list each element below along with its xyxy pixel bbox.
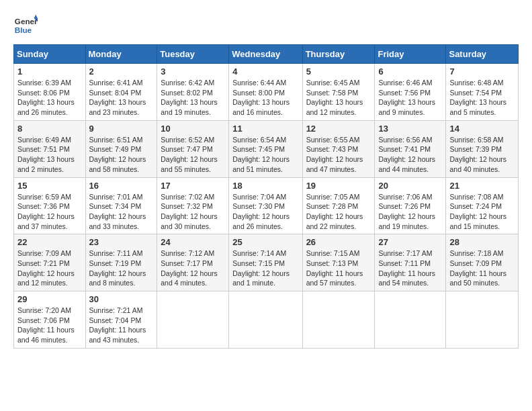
day-info: Sunrise: 7:15 AM Sunset: 7:13 PM Dayligh… [306,248,371,288]
calendar-cell-1-1: 9Sunrise: 6:51 AM Sunset: 7:49 PM Daylig… [85,120,157,177]
day-info: Sunrise: 6:56 AM Sunset: 7:41 PM Dayligh… [378,135,442,175]
day-header-friday: Friday [375,45,446,64]
day-number: 1 [17,66,82,77]
calendar-cell-0-0: 1Sunrise: 6:39 AM Sunset: 8:06 PM Daylig… [14,64,86,121]
calendar-cell-4-0: 29Sunrise: 7:20 AM Sunset: 7:06 PM Dayli… [14,291,86,349]
calendar-week-3: 22Sunrise: 7:09 AM Sunset: 7:21 PM Dayli… [14,234,519,291]
day-number: 29 [17,294,82,304]
day-info: Sunrise: 7:04 AM Sunset: 7:30 PM Dayligh… [232,192,298,232]
day-info: Sunrise: 7:18 AM Sunset: 7:09 PM Dayligh… [449,248,515,288]
day-header-tuesday: Tuesday [157,45,229,64]
calendar-cell-0-3: 4Sunrise: 6:44 AM Sunset: 8:00 PM Daylig… [229,64,302,121]
day-info: Sunrise: 7:05 AM Sunset: 7:28 PM Dayligh… [306,192,371,232]
calendar-cell-3-3: 25Sunrise: 7:14 AM Sunset: 7:15 PM Dayli… [229,234,302,291]
day-number: 14 [449,124,515,134]
calendar-cell-2-3: 18Sunrise: 7:04 AM Sunset: 7:30 PM Dayli… [229,177,302,234]
day-header-sunday: Sunday [14,45,86,64]
calendar-cell-1-3: 11Sunrise: 6:54 AM Sunset: 7:45 PM Dayli… [229,120,302,177]
day-number: 10 [161,124,225,134]
day-number: 11 [232,124,298,134]
day-number: 12 [306,124,371,134]
day-number: 5 [306,66,371,77]
day-number: 13 [378,124,442,134]
day-number: 19 [306,181,371,191]
calendar-cell-1-4: 12Sunrise: 6:55 AM Sunset: 7:43 PM Dayli… [302,120,375,177]
calendar-cell-1-2: 10Sunrise: 6:52 AM Sunset: 7:47 PM Dayli… [157,120,229,177]
calendar-cell-2-6: 21Sunrise: 7:08 AM Sunset: 7:24 PM Dayli… [446,177,519,234]
day-info: Sunrise: 6:45 AM Sunset: 7:58 PM Dayligh… [306,78,371,118]
day-info: Sunrise: 6:41 AM Sunset: 8:04 PM Dayligh… [89,78,154,118]
day-number: 8 [17,124,82,134]
calendar-cell-1-5: 13Sunrise: 6:56 AM Sunset: 7:41 PM Dayli… [375,120,446,177]
day-number: 6 [378,66,442,77]
calendar-cell-4-4 [302,291,375,349]
day-info: Sunrise: 6:54 AM Sunset: 7:45 PM Dayligh… [232,135,298,175]
calendar-week-0: 1Sunrise: 6:39 AM Sunset: 8:06 PM Daylig… [14,64,519,121]
day-number: 30 [89,294,154,304]
calendar-cell-1-0: 8Sunrise: 6:49 AM Sunset: 7:51 PM Daylig… [14,120,86,177]
day-info: Sunrise: 7:20 AM Sunset: 7:06 PM Dayligh… [17,306,82,345]
logo-icon: General Blue [13,13,38,38]
day-header-monday: Monday [85,45,157,64]
calendar-cell-2-0: 15Sunrise: 6:59 AM Sunset: 7:36 PM Dayli… [14,177,86,234]
day-number: 15 [17,181,82,191]
calendar-cell-3-2: 24Sunrise: 7:12 AM Sunset: 7:17 PM Dayli… [157,234,229,291]
day-info: Sunrise: 6:46 AM Sunset: 7:56 PM Dayligh… [378,78,442,118]
calendar-cell-4-3 [229,291,302,349]
day-info: Sunrise: 7:06 AM Sunset: 7:26 PM Dayligh… [378,192,442,232]
calendar-cell-4-5 [375,291,446,349]
day-info: Sunrise: 7:08 AM Sunset: 7:24 PM Dayligh… [449,192,515,232]
calendar-cell-4-2 [157,291,229,349]
day-number: 16 [89,181,154,191]
day-info: Sunrise: 7:12 AM Sunset: 7:17 PM Dayligh… [161,248,225,288]
day-info: Sunrise: 6:39 AM Sunset: 8:06 PM Dayligh… [17,78,82,118]
day-info: Sunrise: 7:21 AM Sunset: 7:04 PM Dayligh… [89,306,154,345]
day-number: 2 [89,66,154,77]
calendar-cell-0-5: 6Sunrise: 6:46 AM Sunset: 7:56 PM Daylig… [375,64,446,121]
day-header-saturday: Saturday [446,45,519,64]
day-number: 27 [378,237,442,247]
day-number: 9 [89,124,154,134]
day-number: 22 [17,237,82,247]
day-number: 24 [161,237,225,247]
day-header-wednesday: Wednesday [229,45,302,64]
calendar-table: SundayMondayTuesdayWednesdayThursdayFrid… [13,44,519,349]
day-number: 23 [89,237,154,247]
calendar-cell-4-6 [446,291,519,349]
calendar-cell-2-2: 17Sunrise: 7:02 AM Sunset: 7:32 PM Dayli… [157,177,229,234]
day-number: 28 [449,237,515,247]
logo: General Blue [13,13,38,38]
day-info: Sunrise: 6:52 AM Sunset: 7:47 PM Dayligh… [161,135,225,175]
day-info: Sunrise: 7:01 AM Sunset: 7:34 PM Dayligh… [89,192,154,232]
calendar-cell-4-1: 30Sunrise: 7:21 AM Sunset: 7:04 PM Dayli… [85,291,157,349]
day-info: Sunrise: 6:42 AM Sunset: 8:02 PM Dayligh… [161,78,225,118]
day-number: 18 [232,181,298,191]
calendar-cell-2-4: 19Sunrise: 7:05 AM Sunset: 7:28 PM Dayli… [302,177,375,234]
day-info: Sunrise: 6:55 AM Sunset: 7:43 PM Dayligh… [306,135,371,175]
calendar-cell-2-5: 20Sunrise: 7:06 AM Sunset: 7:26 PM Dayli… [375,177,446,234]
svg-text:Blue: Blue [15,26,32,34]
day-number: 17 [161,181,225,191]
day-info: Sunrise: 7:02 AM Sunset: 7:32 PM Dayligh… [161,192,225,232]
day-info: Sunrise: 7:11 AM Sunset: 7:19 PM Dayligh… [89,248,154,288]
day-number: 4 [232,66,298,77]
day-info: Sunrise: 7:09 AM Sunset: 7:21 PM Dayligh… [17,248,82,288]
day-number: 3 [161,66,225,77]
calendar-cell-3-4: 26Sunrise: 7:15 AM Sunset: 7:13 PM Dayli… [302,234,375,291]
day-number: 7 [449,66,515,77]
day-header-thursday: Thursday [302,45,375,64]
day-info: Sunrise: 6:48 AM Sunset: 7:54 PM Dayligh… [449,78,515,118]
day-number: 25 [232,237,298,247]
calendar-cell-0-4: 5Sunrise: 6:45 AM Sunset: 7:58 PM Daylig… [302,64,375,121]
calendar-cell-3-0: 22Sunrise: 7:09 AM Sunset: 7:21 PM Dayli… [14,234,86,291]
day-info: Sunrise: 6:49 AM Sunset: 7:51 PM Dayligh… [17,135,82,175]
day-info: Sunrise: 6:44 AM Sunset: 8:00 PM Dayligh… [232,78,298,118]
day-info: Sunrise: 6:59 AM Sunset: 7:36 PM Dayligh… [17,192,82,232]
day-info: Sunrise: 7:17 AM Sunset: 7:11 PM Dayligh… [378,248,442,288]
calendar-cell-3-1: 23Sunrise: 7:11 AM Sunset: 7:19 PM Dayli… [85,234,157,291]
calendar-week-4: 29Sunrise: 7:20 AM Sunset: 7:06 PM Dayli… [14,291,519,349]
calendar-cell-3-5: 27Sunrise: 7:17 AM Sunset: 7:11 PM Dayli… [375,234,446,291]
day-info: Sunrise: 6:51 AM Sunset: 7:49 PM Dayligh… [89,135,154,175]
calendar-cell-0-6: 7Sunrise: 6:48 AM Sunset: 7:54 PM Daylig… [446,64,519,121]
calendar-cell-2-1: 16Sunrise: 7:01 AM Sunset: 7:34 PM Dayli… [85,177,157,234]
